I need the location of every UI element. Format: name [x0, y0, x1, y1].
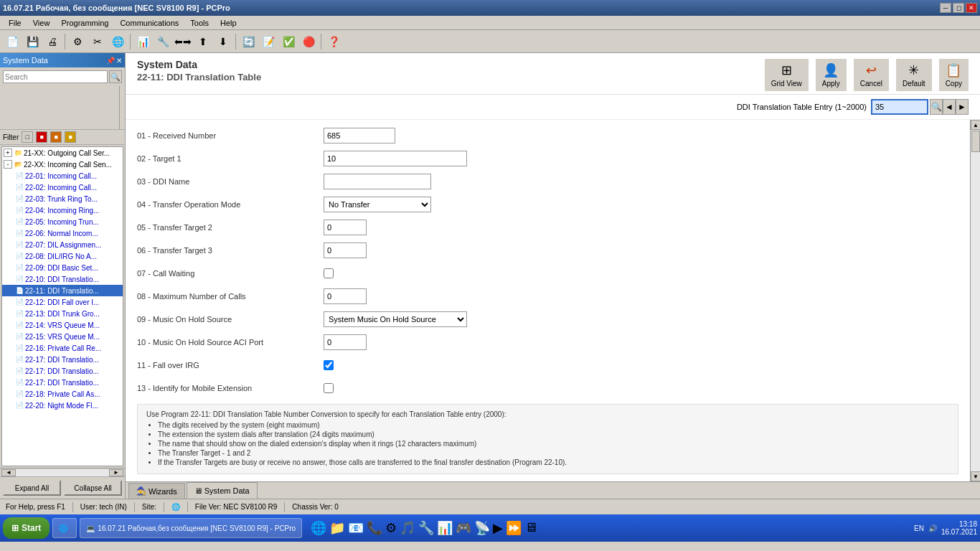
tree-item-22-17b[interactable]: 📄 22-17: DDI Translatio...: [2, 365, 123, 377]
taskbar-icon-11[interactable]: ▶: [493, 520, 503, 536]
tb-arrows[interactable]: ⬅➡: [174, 32, 192, 51]
menu-view[interactable]: View: [27, 17, 56, 29]
tb-down[interactable]: ⬇: [214, 32, 232, 51]
scroll-down-button[interactable]: ▼: [971, 471, 980, 481]
tb-monitor[interactable]: 📊: [133, 32, 152, 51]
tab-wizards[interactable]: 🧙 Wizards: [128, 483, 185, 499]
search-input[interactable]: [3, 70, 108, 83]
tree-item-22-17c[interactable]: 📄 22-17: DDI Translatio...: [2, 377, 123, 388]
taskbar-pcpro[interactable]: 💻 16.07.21 Рабочая,без сообщения [NEC SV…: [80, 518, 302, 538]
tree-item-22-03[interactable]: 📄 22-03: Trunk Ring To...: [2, 193, 123, 204]
taskbar-app-1[interactable]: 🌐: [52, 518, 77, 538]
tree-item-22-01[interactable]: 📄 22-01: Incoming Call...: [2, 170, 123, 182]
tb-settings[interactable]: ⚙: [68, 32, 87, 51]
minimize-button[interactable]: ─: [940, 3, 951, 13]
menu-communications[interactable]: Communications: [114, 17, 184, 29]
taskbar-icon-1[interactable]: 🌐: [311, 520, 326, 536]
field-input-03[interactable]: [324, 174, 431, 189]
field-checkbox-11[interactable]: [324, 360, 334, 370]
taskbar-icon-5[interactable]: ⚙: [385, 520, 397, 536]
taskbar-icon-3[interactable]: 📧: [348, 520, 364, 536]
filter-all[interactable]: □: [22, 131, 33, 143]
tree-item-22-12[interactable]: 📄 22-12: DDI Fall over I...: [2, 296, 123, 308]
taskbar-icon-10[interactable]: 📡: [474, 520, 490, 536]
tb-up[interactable]: ⬆: [194, 32, 212, 51]
tree-expand-21xx[interactable]: +: [4, 149, 12, 157]
tab-system-data[interactable]: 🖥 System Data: [187, 482, 258, 499]
tree-item-22-09[interactable]: 📄 22-09: DDI Basic Set...: [2, 262, 123, 273]
h-scroll-bar[interactable]: ◄ ►: [0, 468, 125, 476]
scroll-up-button[interactable]: ▲: [971, 120, 980, 130]
default-button[interactable]: ✳ Default: [896, 59, 932, 91]
field-input-10[interactable]: [324, 334, 367, 350]
tree-item-22-13[interactable]: 📄 22-13: DDI Trunk Gro...: [2, 308, 123, 319]
tree-item-22-10[interactable]: 📄 22-10: DDI Translatio...: [2, 273, 123, 285]
copy-button[interactable]: 📋 Copy: [939, 59, 969, 91]
filter-orange[interactable]: ■: [50, 131, 62, 143]
tree-item-22-08[interactable]: 📄 22-08: DIL/IRG No A...: [2, 250, 123, 262]
field-input-01[interactable]: [324, 128, 395, 143]
scroll-left[interactable]: ◄: [1, 469, 16, 476]
apply-button[interactable]: 👤 Apply: [816, 59, 847, 91]
tree-item-22xx[interactable]: - 📂 22-XX: Incoming Call Sen...: [2, 159, 123, 170]
taskbar-icon-12[interactable]: ⏩: [506, 520, 522, 536]
taskbar-icon-7[interactable]: 🔧: [418, 520, 434, 536]
tb-refresh[interactable]: 🔄: [239, 32, 258, 51]
expand-all-button[interactable]: Expand All: [3, 480, 61, 496]
filter-red[interactable]: ■: [36, 131, 47, 143]
start-button[interactable]: ⊞ Start: [3, 517, 50, 539]
tree-item-22-17a[interactable]: 📄 22-17: DDI Translatio...: [2, 354, 123, 365]
tree-item-22-07[interactable]: 📄 22-07: DIL Assignmen...: [2, 239, 123, 250]
panel-header-controls[interactable]: 📌 ✕: [106, 57, 122, 65]
window-controls[interactable]: ─ ◻ ✕: [940, 3, 977, 13]
tree-item-22-18[interactable]: 📄 22-18: Private Call As...: [2, 388, 123, 400]
tree-item-22-04[interactable]: 📄 22-04: Incoming Ring...: [2, 204, 123, 216]
tb-notes[interactable]: 📝: [259, 32, 278, 51]
tree-item-22-14[interactable]: 📄 22-14: VRS Queue M...: [2, 319, 123, 331]
tree-item-22-05[interactable]: 📄 22-05: Incoming Trun...: [2, 216, 123, 227]
entry-value-input[interactable]: [871, 99, 928, 115]
tree-item-22-20[interactable]: 📄 22-20: Night Mode Fl...: [2, 400, 123, 411]
cancel-button[interactable]: ↩ Cancel: [854, 59, 889, 91]
scroll-track[interactable]: [971, 130, 980, 471]
tree-expand-22xx[interactable]: -: [4, 160, 12, 169]
tree-item-22-15[interactable]: 📄 22-15: VRS Queue M...: [2, 331, 123, 342]
field-input-06[interactable]: [324, 242, 367, 258]
restore-button[interactable]: ◻: [953, 3, 964, 13]
taskbar-icon-9[interactable]: 🎮: [456, 520, 471, 536]
panel-close[interactable]: ✕: [116, 57, 122, 65]
collapse-all-button[interactable]: Collapse All: [64, 480, 122, 496]
next-entry-button[interactable]: ►: [956, 99, 969, 115]
scroll-thumb[interactable]: [971, 131, 980, 152]
field-checkbox-13[interactable]: [324, 383, 334, 393]
taskbar-icon-4[interactable]: 📞: [367, 520, 382, 536]
menu-file[interactable]: File: [3, 17, 27, 29]
field-input-02[interactable]: [324, 151, 467, 166]
tb-print[interactable]: 🖨: [43, 32, 62, 51]
tree-item-21xx[interactable]: + 📁 21-XX: Outgoing Call Ser...: [2, 147, 123, 159]
tb-help[interactable]: ❓: [324, 32, 343, 51]
tree-item-22-02[interactable]: 📄 22-02: Incoming Call...: [2, 182, 123, 193]
grid-view-button[interactable]: ⊞ Grid View: [765, 59, 809, 91]
search-entry-button[interactable]: 🔍: [930, 99, 943, 115]
taskbar-icon-2[interactable]: 📁: [329, 520, 345, 536]
taskbar-icon-6[interactable]: 🎵: [400, 520, 415, 536]
tb-new[interactable]: 📄: [3, 32, 22, 51]
menu-help[interactable]: Help: [215, 17, 242, 29]
tb-cut[interactable]: ✂: [88, 32, 107, 51]
field-input-08[interactable]: [324, 288, 367, 304]
filter-yellow[interactable]: ■: [65, 131, 76, 143]
close-button[interactable]: ✕: [966, 3, 977, 13]
menu-programming[interactable]: Programming: [55, 17, 114, 29]
tb-red[interactable]: 🔴: [299, 32, 318, 51]
taskbar-icon-13[interactable]: 🖥: [524, 520, 537, 536]
tree-item-22-11[interactable]: 📄 22-11: DDI Translatio...: [2, 285, 123, 296]
tb-check[interactable]: ✅: [279, 32, 298, 51]
tree-item-22-06[interactable]: 📄 22-06: Normal Incom...: [2, 227, 123, 239]
tree-item-22-16[interactable]: 📄 22-16: Private Call Re...: [2, 342, 123, 354]
field-input-05[interactable]: [324, 220, 367, 235]
search-button[interactable]: 🔍: [109, 70, 122, 83]
field-checkbox-07[interactable]: [324, 268, 334, 278]
menu-tools[interactable]: Tools: [184, 17, 215, 29]
field-select-09[interactable]: System Music On Hold Source Tone None: [324, 311, 467, 327]
